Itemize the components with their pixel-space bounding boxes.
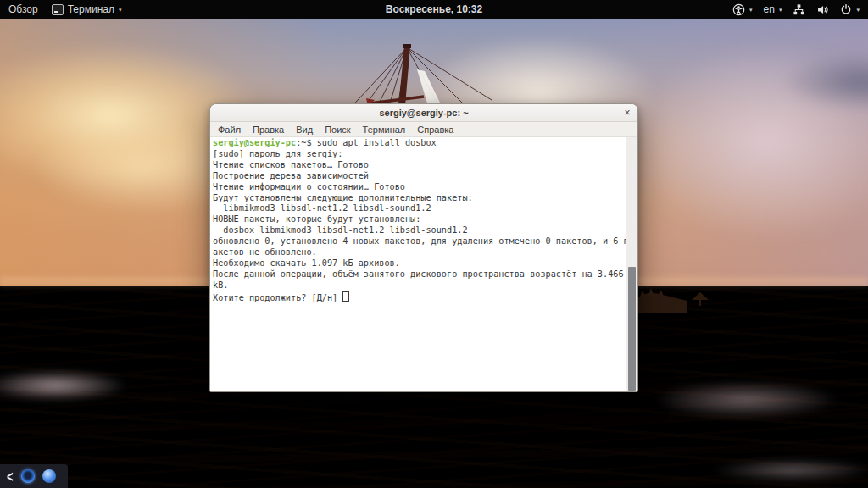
window-title: sergiy@sergiy-pc: ~ (379, 108, 468, 118)
terminal-line: НОВЫЕ пакеты, которые будут установлены: (213, 214, 626, 225)
volume-icon[interactable] (816, 3, 829, 16)
bottom-dock: < (0, 464, 68, 488)
terminal-text: обновлено 0, установлено 4 новых пакетов… (213, 236, 629, 246)
terminal-text: kB. (213, 280, 228, 290)
island-silhouette (636, 286, 731, 313)
terminal-text: Хотите продолжить? [Д/н] (213, 293, 342, 302)
terminal-line: Необходимо скачать 1.097 kБ архивов. (213, 258, 626, 269)
menu-item-help[interactable]: Справка (411, 122, 459, 136)
wired-network-icon[interactable] (793, 3, 805, 16)
terminal-line: dosbox libmikmod3 libsdl-net1.2 libsdl-s… (213, 225, 626, 236)
terminal-icon (52, 4, 64, 15)
menu-item-search[interactable]: Поиск (319, 122, 356, 136)
terminal-line: [sudo] пароль для sergiy: (213, 149, 626, 160)
power-menu[interactable]: ▾ (840, 0, 860, 19)
terminal-window: sergiy@sergiy-pc: ~ × ФайлПравкаВидПоиск… (209, 103, 638, 392)
terminal-text: libmikmod3 libsdl-net1.2 libsdl-sound1.2 (213, 203, 431, 213)
activities-button[interactable]: Обзор (8, 0, 38, 19)
menu-item-file[interactable]: Файл (212, 122, 247, 136)
chevron-down-icon: ▾ (856, 7, 860, 13)
terminal-line: Будут установлены следующие дополнительн… (213, 193, 626, 204)
terminal-line: Чтение списков пакетов… Готово (213, 160, 626, 171)
terminal-line: Хотите продолжить? [Д/н] (213, 291, 626, 304)
chevron-down-icon: ▾ (779, 7, 782, 13)
terminal-text: Чтение информации о состоянии… Готово (213, 182, 405, 191)
title-bar[interactable]: sergiy@sergiy-pc: ~ × (210, 104, 637, 122)
terminal-line: libmikmod3 libsdl-net1.2 libsdl-sound1.2 (213, 203, 626, 214)
terminal-text: :~$ sudo apt install dosbox (296, 138, 437, 147)
chevron-down-icon: ▾ (119, 7, 122, 13)
terminal-line: обновлено 0, установлено 4 новых пакетов… (213, 236, 626, 247)
menu-bar: ФайлПравкаВидПоискТерминалСправка (210, 122, 637, 137)
terminal-text: Построение дерева зависимостей (213, 171, 369, 180)
top-bar: Обзор Терминал ▾ Воскресенье, 10:32 ▾ en… (0, 0, 868, 19)
sea-foam (653, 381, 839, 419)
scrollbar-thumb[interactable] (628, 267, 636, 391)
terminal-line: После данной операции, объём занятого ди… (213, 269, 626, 280)
power-icon (840, 3, 852, 15)
terminal-cursor (342, 291, 349, 302)
app-menu-terminal[interactable]: Терминал ▾ (52, 0, 122, 19)
chevron-down-icon: ▾ (749, 7, 753, 13)
terminal-text: [sudo] пароль для sergiy: (213, 149, 348, 158)
app-menu-label: Терминал (68, 3, 114, 15)
language-label: en (764, 3, 775, 15)
menu-item-edit[interactable]: Правка (247, 122, 290, 136)
terminal-viewport[interactable]: sergiy@sergiy-pc:~$ sudo apt install dos… (210, 137, 637, 391)
scrollbar[interactable] (626, 137, 637, 391)
accessibility-menu[interactable]: ▾ (732, 0, 753, 19)
terminal-line: sergiy@sergiy-pc:~$ sudo apt install dos… (213, 138, 626, 149)
terminal-line: kB. (213, 280, 626, 291)
prompt-user-host: sergiy@sergiy-pc (213, 138, 296, 147)
terminal-text: Будут установлены следующие дополнительн… (213, 193, 473, 202)
terminal-text: акетов не обновлено. (213, 247, 317, 257)
language-menu[interactable]: en ▾ (764, 0, 782, 19)
accessibility-icon (732, 3, 745, 16)
menu-item-terminal[interactable]: Терминал (357, 122, 412, 136)
sea-foam (712, 459, 868, 481)
menu-item-view[interactable]: Вид (290, 122, 319, 136)
terminal-text: dosbox libmikmod3 libsdl-net1.2 libsdl-s… (213, 225, 468, 235)
terminal-line: Чтение информации о состоянии… Готово (213, 182, 626, 193)
terminal-output: sergiy@sergiy-pc:~$ sudo apt install dos… (210, 137, 626, 391)
terminal-line: акетов не обновлено. (213, 247, 626, 258)
screenshot-tool-icon[interactable] (21, 469, 35, 483)
terminal-line: Построение дерева зависимостей (213, 171, 626, 182)
terminal-text: Необходимо скачать 1.097 kБ архивов. (213, 258, 400, 268)
blue-app-icon[interactable] (42, 469, 56, 483)
close-button[interactable]: × (620, 104, 634, 121)
terminal-text: НОВЫЕ пакеты, которые будут установлены: (213, 214, 420, 224)
chevron-left-icon[interactable]: < (7, 468, 14, 485)
activities-label: Обзор (8, 3, 38, 15)
terminal-text: Чтение списков пакетов… Готово (213, 160, 369, 169)
terminal-text: После данной операции, объём занятого ди… (213, 269, 624, 279)
